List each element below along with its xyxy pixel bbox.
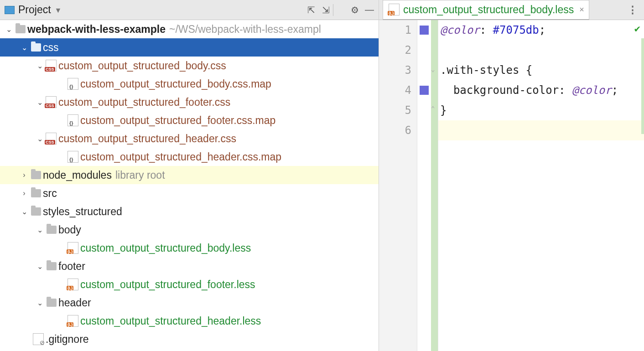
map-file-icon [68,114,78,126]
tree-file[interactable]: custom_output_structured_header.less [0,312,379,330]
chevron-down-icon[interactable]: ⌄ [35,299,45,307]
tree-folder-css[interactable]: ⌄ css [0,38,379,57]
chevron-down-icon[interactable]: ▼ [55,6,62,15]
tree-folder-src[interactable]: › src [0,184,379,202]
expand-all-icon[interactable]: ⇱ [304,5,318,15]
tree-folder-footer[interactable]: ⌄ footer [0,257,379,275]
tree-file[interactable]: custom_output_structured_body.less [0,239,379,257]
folder-icon [47,262,57,270]
file-label: custom_output_structured_header.css.map [80,151,281,163]
folder-icon [31,171,41,179]
tree-root[interactable]: ⌄ webpack-with-less-example ~/WS/webpack… [0,20,379,38]
tree-file[interactable]: ⌄ custom_output_structured_body.css [0,57,379,75]
lib-root-label: library root [115,169,165,181]
file-label: custom_output_structured_header.less [80,315,261,327]
tree-file[interactable]: custom_output_structured_body.css.map [0,75,379,93]
tree-file[interactable]: ⌄ custom_output_structured_header.css [0,129,379,148]
map-file-icon [68,78,78,90]
project-icon [5,6,15,14]
chevron-down-icon[interactable]: ⌄ [35,134,45,143]
chevron-down-icon[interactable]: ⌄ [4,25,14,34]
fold-icon[interactable]: ⌄ [431,66,435,73]
less-file-icon [68,242,78,254]
change-marker: ⌄ ⌃ [431,20,438,351]
chevron-down-icon[interactable]: ⌄ [35,262,45,271]
code-editor[interactable]: 1 2 3 4 5 6 ⌄ ⌃ ✔ @color: #7075db; .with… [379,20,644,351]
folder-icon [31,207,41,216]
less-file-icon [389,4,400,15]
color-swatch-icon[interactable] [420,86,429,95]
chevron-down-icon[interactable]: ⌄ [35,62,45,70]
chevron-down-icon[interactable]: ⌄ [35,226,45,234]
tree-folder-header[interactable]: ⌄ header [0,294,379,312]
tree-file[interactable]: custom_output_structured_footer.less [0,275,379,294]
line-number: 6 [379,120,417,140]
file-label: custom_output_structured_body.css.map [80,78,271,90]
folder-label: body [58,224,81,236]
gitignore-file-icon [33,333,44,345]
folder-label: src [43,187,57,200]
root-path: ~/WS/webpack-with-less-exampl [169,23,321,36]
hide-icon[interactable]: — [362,5,377,15]
folder-icon [47,299,57,307]
code-line[interactable]: .with-styles { [438,60,644,80]
code-line[interactable]: background-color: @color; [438,80,644,100]
editor-tab[interactable]: custom_output_structured_body.less × [383,0,589,20]
line-number: 2 [379,40,417,60]
checkmark-icon[interactable]: ✔ [634,23,640,34]
editor-tab-bar: custom_output_structured_body.less × ⋮ [379,0,644,20]
folder-label: header [58,297,91,309]
line-number: 3 [379,60,417,80]
folder-label: node_modules [43,169,112,181]
css-file-icon [46,60,57,72]
chevron-right-icon[interactable]: › [19,189,29,197]
line-number: 4 [379,80,417,100]
project-header: Project ▼ ⇱ ⇲ ⚙ — [0,0,379,20]
folder-label: styles_structured [43,206,122,218]
gutter-icons [417,20,431,351]
map-file-icon [68,151,78,163]
file-label: custom_output_structured_footer.less [80,279,255,291]
project-title[interactable]: Project [18,4,51,16]
file-label: custom_output_structured_body.less [80,242,251,254]
chevron-down-icon[interactable]: ⌄ [19,43,29,52]
tab-label: custom_output_structured_body.less [403,4,574,16]
code-line[interactable]: } [438,100,644,120]
file-label: custom_output_structured_header.css [58,133,236,145]
fold-icon[interactable]: ⌃ [431,105,435,112]
editor-pane: custom_output_structured_body.less × ⋮ 1… [379,0,644,351]
tree-folder-styles-structured[interactable]: ⌄ styles_structured [0,202,379,221]
inspection-stripe [641,38,644,134]
code-line[interactable] [438,120,644,140]
project-tool-window: Project ▼ ⇱ ⇲ ⚙ — ⌄ webpack-with-less-ex… [0,0,379,351]
color-swatch-icon[interactable] [420,26,429,35]
tree-file[interactable]: custom_output_structured_footer.css.map [0,111,379,129]
folder-label: footer [58,260,85,273]
close-icon[interactable]: × [579,5,584,15]
more-icon[interactable]: ⋮ [621,4,644,16]
tree-file-gitignore[interactable]: .gitignore [0,330,379,348]
project-tree[interactable]: ⌄ webpack-with-less-example ~/WS/webpack… [0,20,379,351]
collapse-all-icon[interactable]: ⇲ [318,5,333,15]
tree-folder-body[interactable]: ⌄ body [0,221,379,239]
tree-folder-node-modules[interactable]: › node_modules library root [0,166,379,184]
chevron-right-icon[interactable]: › [19,171,29,179]
tree-file[interactable]: ⌄ custom_output_structured_footer.css [0,93,379,111]
file-label: custom_output_structured_body.css [58,60,226,72]
gear-icon[interactable]: ⚙ [348,5,362,15]
code-line[interactable]: @color: #7075db; [438,20,644,40]
chevron-down-icon[interactable]: ⌄ [35,98,45,107]
code-area[interactable]: ✔ @color: #7075db; .with-styles { backgr… [438,20,644,351]
folder-label: css [43,41,59,54]
code-line[interactable] [438,40,644,60]
file-label: custom_output_structured_footer.css.map [80,114,275,127]
line-number: 1 [379,20,417,40]
css-file-icon [46,133,57,145]
folder-icon [31,189,41,197]
file-label: custom_output_structured_footer.css [58,96,230,108]
chevron-down-icon[interactable]: ⌄ [19,207,29,216]
line-number: 5 [379,100,417,120]
less-file-icon [68,315,78,327]
line-number-gutter: 1 2 3 4 5 6 [379,20,417,351]
tree-file[interactable]: custom_output_structured_header.css.map [0,148,379,166]
